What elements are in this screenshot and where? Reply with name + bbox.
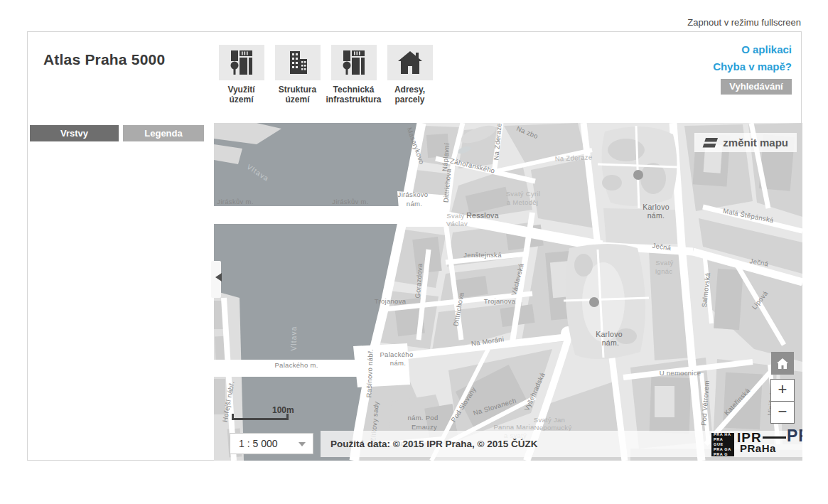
- map-street-label: Rašínovo nábř.: [365, 349, 374, 398]
- zoom-in-button[interactable]: +: [770, 379, 795, 402]
- landuse-map-icon: [219, 45, 264, 80]
- map-street-label: nám.: [602, 338, 620, 347]
- map-street-label: Vyšehradská: [522, 371, 547, 412]
- map-street-label: Kateřinská: [723, 387, 752, 417]
- chevron-down-icon: [299, 442, 306, 446]
- map-street-label: Palackého: [380, 350, 413, 358]
- scalebar: [232, 414, 289, 420]
- map-street-label: nám.: [647, 211, 665, 220]
- map-street-label: Ignác: [655, 267, 673, 275]
- map-street-label: Záhořanského: [449, 156, 495, 174]
- map-street-label: Malá Štěpánská: [722, 207, 774, 225]
- module-label: Strukturaúzemí: [269, 85, 326, 104]
- map-street-label: Pod Slovany: [449, 385, 478, 423]
- map-street-label: Dittrichova: [451, 291, 465, 326]
- map-street-label: a Metoděj: [507, 198, 538, 206]
- map-street-label: Ječná: [749, 257, 769, 267]
- map-street-label: Svatý Cyril: [506, 190, 541, 198]
- home-icon: [776, 358, 789, 370]
- search-button[interactable]: Vyhledávání: [721, 79, 792, 95]
- layers-icon: [700, 136, 719, 150]
- map-street-label: Jenštejnská: [463, 251, 501, 259]
- map-scale-select[interactable]: 1 : 5 000: [230, 433, 313, 454]
- module-label: Technickáinfrastruktura: [326, 85, 382, 104]
- map-street-label: nám.: [407, 200, 422, 208]
- map-street-label: Masarykovo: [406, 127, 426, 166]
- home-extent-button[interactable]: [771, 352, 794, 375]
- map-street-label: Svatý: [655, 259, 673, 267]
- tab-vrstvy[interactable]: Vrstvy: [30, 125, 119, 141]
- map-street-label: Jiráskovo: [398, 191, 429, 198]
- change-basemap-button[interactable]: změnit mapu: [694, 133, 797, 152]
- app-window: Atlas Praha 5000 Využitíúzemí Strukturaú…: [27, 31, 802, 461]
- infrastructure-map-icon: [331, 45, 377, 80]
- module-vyuziti-uzemi[interactable]: Využitíúzemí: [213, 45, 269, 104]
- map-street-label: nám. Pod: [407, 414, 438, 422]
- map-street-label: Trojanova: [484, 297, 516, 305]
- map-street-label: Resslova: [466, 211, 499, 220]
- map-street-label: Vltava: [245, 163, 270, 183]
- zoom-out-button[interactable]: −: [770, 401, 795, 424]
- module-struktura-uzemi[interactable]: Strukturaúzemí: [269, 45, 326, 104]
- collapse-sidebar-arrow-icon[interactable]: [215, 273, 222, 282]
- map-street-label: Na zbo: [515, 124, 539, 140]
- map-street-label: Karlovo: [642, 203, 670, 211]
- map-street-label: Trojanova: [375, 297, 407, 305]
- fullscreen-toggle-link[interactable]: Zapnout v režimu fullscreen: [687, 17, 801, 28]
- map-street-label: Gorazdova: [414, 263, 424, 299]
- map-street-label: Salmovská: [700, 272, 711, 308]
- map-street-label: Na Slovanech: [472, 397, 517, 417]
- map-street-label: U nemocnice: [660, 369, 701, 377]
- map-street-label: nám.: [390, 359, 406, 367]
- page-title: Atlas Praha 5000: [43, 51, 165, 68]
- map-street-label: Na Zderaze: [492, 123, 503, 161]
- module-label: Využitíúzemí: [213, 85, 269, 104]
- map-street-label: Panna Maria: [493, 423, 534, 431]
- house-icon: [387, 45, 433, 80]
- map-street-label: Na Zderaze: [554, 153, 592, 163]
- map-street-label: Pod Větrovem: [699, 380, 710, 426]
- map-street-label: Svatý Jan: [534, 416, 565, 424]
- map-street-label: Svatý: [446, 212, 464, 220]
- map-street-label: Jiráskův m.: [217, 198, 253, 205]
- map-street-label: Emauzy: [412, 423, 437, 431]
- module-adresy-parcely[interactable]: Adresy,parcely: [382, 45, 438, 104]
- map-street-label: Vltava: [290, 326, 298, 351]
- map-street-label: Náplavní: [441, 143, 451, 172]
- map-street-label: Lipová: [750, 289, 769, 311]
- map-labels: VltavaVltavaJiráskův m.Jiráskův m.Jirásk…: [214, 123, 802, 461]
- buildings-icon: [275, 45, 321, 80]
- map-street-label: Nepomucký: [534, 424, 572, 431]
- map-street-label: Václavská: [510, 262, 525, 296]
- module-switcher: Využitíúzemí Strukturaúzemí Technickáinf…: [213, 45, 438, 104]
- report-map-error-link[interactable]: Chyba v mapě?: [713, 60, 792, 73]
- map-street-label: Václav: [446, 220, 468, 227]
- map-street-label: Ječná: [652, 242, 672, 252]
- module-label: Adresy,parcely: [382, 85, 438, 104]
- ipr-praha-logo: IPR PRaHa PRA: [737, 430, 802, 459]
- module-technicka-infrastruktura[interactable]: Technickáinfrastruktura: [326, 45, 382, 104]
- map-street-label: Jiráskův m.: [332, 198, 368, 205]
- praha-city-logo: PRA HA PRA GUE PRA GA PRA G: [711, 433, 734, 456]
- map-street-label: Karlovo: [596, 330, 623, 338]
- map-street-label: Dittrichova: [441, 168, 452, 203]
- about-link[interactable]: O aplikaci: [741, 43, 792, 55]
- page: { "page": { "fullscreen_link": "Zapnout …: [0, 0, 828, 504]
- map-street-label: Na Moráni: [471, 335, 505, 347]
- map-canvas[interactable]: VltavaVltavaJiráskův m.Jiráskův m.Jirásk…: [214, 123, 802, 461]
- map-street-label: Palackého m.: [274, 361, 318, 369]
- tab-legenda[interactable]: Legenda: [123, 125, 204, 141]
